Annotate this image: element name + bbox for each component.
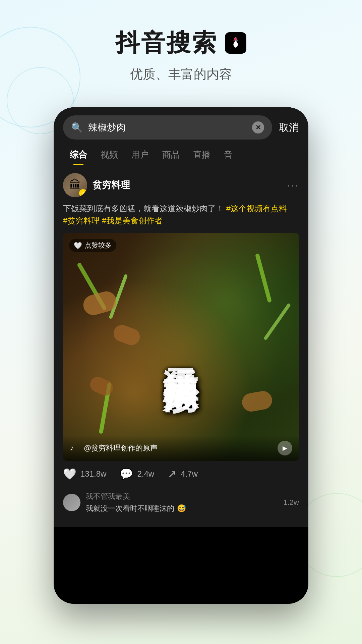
tiktok-logo-badge [225, 32, 246, 54]
sound-info-text: @贫穷料理创作的原声 [84, 443, 274, 453]
cancel-search-button[interactable]: 取消 [279, 121, 299, 135]
title-text-group: 勇猛辣椒炒肉 [163, 341, 199, 353]
video-bottom-bar: ♪ @贫穷料理创作的原声 ▶ [63, 435, 299, 461]
phone-screen: 🔍 辣椒炒肉 ✕ 取消 综合 视频 用户 商品 [54, 107, 308, 604]
food-background: 勇猛辣椒炒肉 [63, 233, 299, 461]
commenter-username: 我不管我最美 [86, 491, 278, 501]
hashtag-2[interactable]: #贫穷料理 [63, 216, 100, 225]
phone-frame: 🔍 辣椒炒肉 ✕ 取消 综合 视频 用户 商品 [54, 107, 308, 604]
comment-stat-icon: 💬 [120, 468, 133, 480]
tab-视频[interactable]: 视频 [94, 145, 125, 165]
like-badge: 🤍 点赞较多 [69, 239, 116, 252]
heart-icon: 🤍 [74, 241, 82, 250]
phone-mockup: 🔍 辣椒炒肉 ✕ 取消 综合 视频 用户 商品 [54, 107, 308, 604]
app-title: 抖音搜索 [116, 27, 246, 59]
post-stats-row: 🤍 131.8w 💬 2.4w ↗ 4.7w [63, 461, 299, 486]
comment-preview-row[interactable]: 我不管我最美 我就没一次看时不咽唾沫的 😅 1.2w [63, 486, 299, 519]
search-content-area: ✓ 贫穷料理 ··· 下饭菜到底有多凶猛，就看这道辣椒炒肉了！ #这个视频有点料… [54, 165, 308, 527]
play-button[interactable]: ▶ [278, 441, 292, 455]
post-body: 下饭菜到底有多凶猛，就看这道辣椒炒肉了！ #这个视频有点料 #贫穷料理 #我是美… [63, 203, 299, 227]
video-thumbnail[interactable]: 🤍 点赞较多 [63, 233, 299, 461]
tab-直播[interactable]: 直播 [186, 145, 217, 165]
share-stat-icon: ↗ [168, 468, 177, 480]
svg-point-0 [234, 42, 237, 46]
search-query: 辣椒炒肉 [88, 121, 247, 134]
heart-stat-icon: 🤍 [63, 468, 76, 480]
likes-count: 131.8w [80, 469, 106, 479]
search-tabs: 综合 视频 用户 商品 直播 音 [54, 140, 308, 165]
tab-用户[interactable]: 用户 [125, 145, 156, 165]
likes-stat[interactable]: 🤍 131.8w [63, 468, 106, 480]
search-input-box[interactable]: 🔍 辣椒炒肉 ✕ [63, 115, 272, 140]
tab-音[interactable]: 音 [217, 145, 239, 165]
comment-body: 我就没一次看时不咽唾沫的 😅 [86, 503, 278, 514]
video-title-overlay: 勇猛辣椒炒肉 [63, 233, 299, 461]
video-chinese-title: 勇猛辣椒炒肉 [163, 341, 199, 353]
hashtag-1[interactable]: #这个视频有点料 [226, 204, 287, 213]
emoji-drool: 😅 [177, 504, 186, 513]
shares-count: 4.7w [181, 469, 198, 479]
post-user-row: ✓ 贫穷料理 ··· [63, 173, 299, 197]
commenter-avatar [63, 494, 80, 511]
header-subtitle: 优质、丰富的内容 [0, 66, 362, 83]
search-icon: 🔍 [71, 122, 83, 133]
verified-badge: ✓ [79, 189, 87, 197]
search-bar-container: 🔍 辣椒炒肉 ✕ 取消 [54, 107, 308, 140]
more-options-button[interactable]: ··· [287, 179, 299, 192]
hashtag-3[interactable]: #我是美食创作者 [102, 216, 163, 225]
comments-count: 2.4w [137, 469, 154, 479]
comment-count: 1.2w [284, 498, 299, 507]
comment-text: 我就没一次看时不咽唾沫的 [86, 503, 174, 514]
user-avatar: ✓ [63, 173, 87, 197]
tiktok-d-icon: ♪ [70, 443, 80, 453]
tab-商品[interactable]: 商品 [156, 145, 186, 165]
comments-stat[interactable]: 💬 2.4w [120, 468, 154, 480]
post-main-text: 下饭菜到底有多凶猛，就看这道辣椒炒肉了！ [63, 204, 224, 213]
tab-综合[interactable]: 综合 [63, 145, 94, 165]
header-title-row: 抖音搜索 [0, 27, 362, 59]
post-username[interactable]: 贫穷料理 [93, 179, 282, 192]
shares-stat[interactable]: ↗ 4.7w [168, 468, 198, 480]
clear-search-button[interactable]: ✕ [252, 121, 264, 133]
app-header: 抖音搜索 优质、丰富的内容 [0, 0, 362, 83]
comment-text-area: 我不管我最美 我就没一次看时不咽唾沫的 😅 [86, 491, 278, 514]
